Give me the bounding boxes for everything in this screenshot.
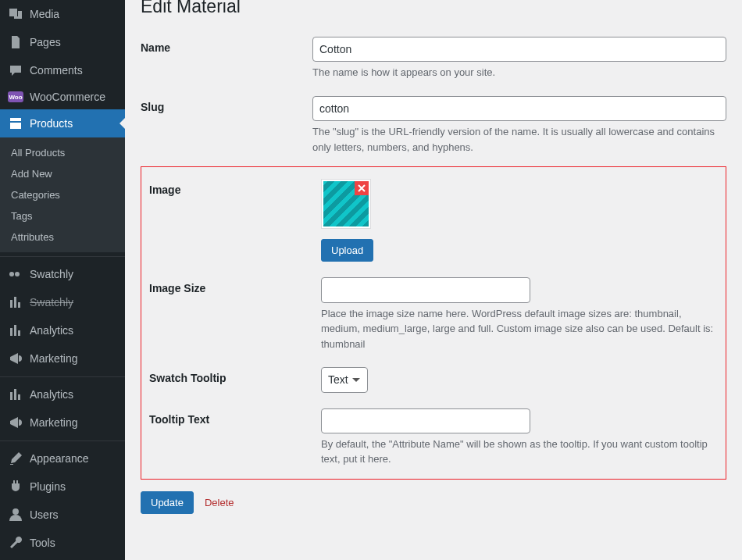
row-slug: Slug The "slug" is the URL-friendly vers… (141, 84, 726, 159)
highlight-section: Image Upload Image Size (141, 166, 726, 480)
image-size-input[interactable] (321, 277, 530, 302)
image-thumbnail[interactable] (321, 179, 371, 229)
main-content: Edit Material Name The name is how it ap… (125, 0, 742, 560)
menu-label: Tools (30, 537, 55, 549)
sidebar-item-settings[interactable]: Settings (0, 557, 125, 560)
tooltip-text-desc: By default, the "Attribute Name" will be… (321, 437, 718, 467)
image-size-label: Image Size (149, 277, 321, 294)
analytics-icon (8, 323, 23, 338)
menu-label: Analytics (30, 324, 73, 337)
admin-sidebar: Media Pages Comments Woo WooCommerce Pro… (0, 0, 125, 560)
submit-row: Update Delete (141, 491, 726, 514)
sidebar-item-pages[interactable]: Pages (0, 28, 125, 56)
swatch-tooltip-label: Swatch Tooltip (149, 367, 321, 384)
submenu-attributes[interactable]: Attributes (0, 226, 125, 248)
chart-icon (8, 294, 23, 310)
page-title: Edit Material (141, 0, 726, 25)
brush-icon (8, 451, 23, 466)
slug-desc: The "slug" is the URL-friendly version o… (312, 124, 726, 155)
products-submenu: All Products Add New Categories Tags Att… (0, 137, 125, 252)
submenu-add-new[interactable]: Add New (0, 163, 125, 184)
menu-label: Comments (30, 64, 83, 77)
row-image: Image Upload (149, 167, 718, 266)
close-icon (358, 184, 366, 192)
slug-label: Slug (141, 96, 312, 113)
megaphone-icon (8, 415, 23, 430)
svg-point-2 (12, 508, 19, 515)
menu-label: Marketing (30, 352, 77, 365)
menu-label: Swatchly (30, 296, 73, 309)
megaphone-icon (8, 351, 23, 366)
analytics-icon (8, 387, 23, 402)
sidebar-item-swatchly[interactable]: Swatchly (0, 260, 125, 288)
tooltip-text-label: Tooltip Text (149, 408, 321, 426)
media-icon (8, 6, 23, 22)
sidebar-item-marketing[interactable]: Marketing (0, 344, 125, 373)
menu-label: Users (30, 508, 59, 521)
menu-label: Media (30, 8, 59, 20)
update-button[interactable]: Update (141, 491, 194, 514)
pages-icon (8, 34, 23, 50)
delete-link[interactable]: Delete (205, 497, 234, 508)
menu-label: Analytics (30, 388, 73, 401)
comments-icon (8, 62, 23, 78)
tooltip-text-input[interactable] (321, 408, 530, 433)
submenu-categories[interactable]: Categories (0, 184, 125, 205)
menu-label: Appearance (30, 452, 89, 465)
sidebar-item-plugins[interactable]: Plugins (0, 473, 125, 501)
remove-image-button[interactable] (355, 181, 369, 195)
menu-label: Products (30, 117, 73, 130)
name-desc: The name is how it appears on your site. (312, 65, 726, 80)
plug-icon (8, 479, 23, 494)
sidebar-item-analytics-2[interactable]: Analytics (0, 380, 125, 408)
sidebar-item-products[interactable]: Products (0, 109, 125, 137)
svg-point-1 (15, 272, 20, 276)
swatch-icon (8, 266, 23, 282)
menu-label: Plugins (30, 480, 66, 493)
menu-label: Marketing (30, 416, 77, 429)
sidebar-item-tools[interactable]: Tools (0, 529, 125, 557)
image-label: Image (149, 179, 321, 196)
name-input[interactable] (312, 37, 726, 62)
row-tooltip-text: Tooltip Text By default, the "Attribute … (149, 397, 718, 471)
name-label: Name (141, 37, 312, 54)
row-image-size: Image Size Place the image size name her… (149, 266, 718, 355)
user-icon (8, 507, 23, 523)
svg-point-0 (9, 272, 14, 276)
menu-label: Pages (30, 36, 61, 48)
woocommerce-icon: Woo (8, 91, 23, 102)
sidebar-item-appearance[interactable]: Appearance (0, 444, 125, 473)
edit-form: Name The name is how it appears on your … (141, 25, 726, 514)
image-size-desc: Place the image size name here. WordPres… (321, 306, 718, 352)
sidebar-item-media[interactable]: Media (0, 0, 125, 28)
wrench-icon (8, 535, 23, 551)
sidebar-item-comments[interactable]: Comments (0, 56, 125, 84)
submenu-tags[interactable]: Tags (0, 205, 125, 226)
swatch-tooltip-select[interactable]: Text (321, 367, 368, 392)
sidebar-item-users[interactable]: Users (0, 501, 125, 529)
sidebar-item-swatchly-dup[interactable]: Swatchly (0, 288, 125, 316)
upload-button[interactable]: Upload (321, 239, 373, 262)
submenu-all-products[interactable]: All Products (0, 142, 125, 163)
sidebar-item-analytics[interactable]: Analytics (0, 316, 125, 344)
row-swatch-tooltip: Swatch Tooltip Text (149, 355, 718, 396)
row-name: Name The name is how it appears on your … (141, 25, 726, 84)
sidebar-item-woocommerce[interactable]: Woo WooCommerce (0, 84, 125, 109)
menu-label: Swatchly (30, 268, 73, 280)
products-icon (8, 116, 23, 131)
menu-label: WooCommerce (30, 91, 105, 103)
sidebar-item-marketing-2[interactable]: Marketing (0, 408, 125, 437)
slug-input[interactable] (312, 96, 726, 121)
